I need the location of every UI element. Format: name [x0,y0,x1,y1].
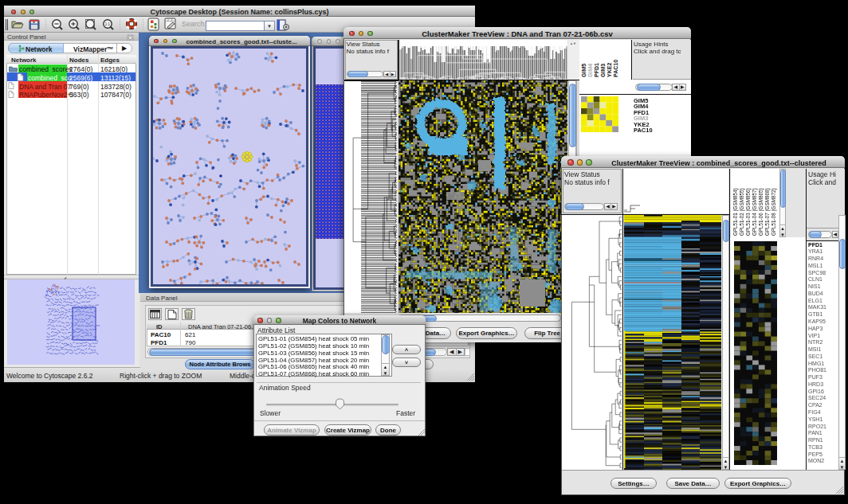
svg-text:1:1: 1:1 [105,22,111,26]
